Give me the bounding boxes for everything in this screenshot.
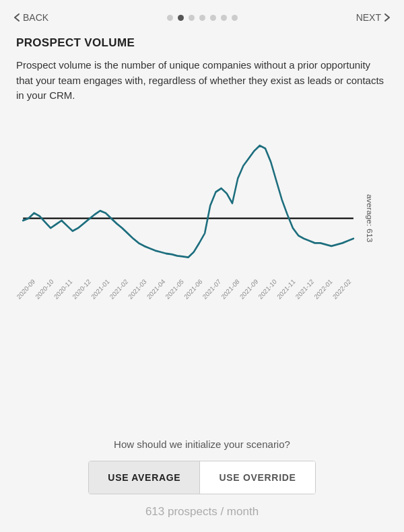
svg-text:2021-11: 2021-11 (275, 277, 296, 300)
use-average-button[interactable]: USE AVERAGE (89, 461, 200, 494)
svg-text:2022-01: 2022-01 (312, 277, 333, 300)
page-dots (167, 15, 238, 21)
svg-text:2021-01: 2021-01 (90, 277, 110, 300)
button-group: USE AVERAGE USE OVERRIDE (88, 461, 315, 494)
svg-text:2021-10: 2021-10 (257, 277, 278, 300)
average-label: average: 613 (366, 194, 374, 242)
init-question: How should we initialize your scenario? (114, 439, 290, 450)
next-button[interactable]: NEXT (356, 12, 391, 23)
chevron-left-icon (13, 13, 20, 22)
dot-1 (167, 15, 173, 21)
svg-text:2020-10: 2020-10 (34, 277, 55, 300)
dot-2 (178, 15, 184, 21)
svg-text:2021-02: 2021-02 (108, 277, 129, 300)
page: BACK NEXT PROSPECT VOLUME Prospect volum… (0, 0, 404, 532)
svg-text:2021-05: 2021-05 (164, 277, 185, 300)
dot-6 (221, 15, 227, 21)
dot-7 (232, 15, 238, 21)
svg-text:2021-04: 2021-04 (145, 277, 167, 301)
back-button[interactable]: BACK (13, 12, 48, 23)
svg-text:2021-09: 2021-09 (238, 277, 259, 300)
page-title: PROSPECT VOLUME (16, 36, 388, 50)
chart-container: average: 613 2020-09 2020-10 2020-11 202… (16, 117, 388, 312)
svg-text:2021-08: 2021-08 (220, 277, 240, 300)
chevron-right-icon (384, 13, 391, 22)
dot-5 (210, 15, 216, 21)
use-override-button[interactable]: USE OVERRIDE (200, 461, 314, 494)
bottom-section: How should we initialize your scenario? … (0, 426, 404, 532)
top-nav: BACK NEXT (0, 0, 404, 30)
next-label: NEXT (356, 12, 381, 23)
svg-text:2021-12: 2021-12 (294, 277, 315, 300)
prospect-chart: average: 613 2020-09 2020-10 2020-11 202… (16, 117, 388, 312)
svg-text:2022-02: 2022-02 (331, 277, 352, 300)
result-text: 613 prospects / month (145, 505, 259, 519)
svg-text:2021-07: 2021-07 (201, 277, 222, 300)
dot-3 (189, 15, 195, 21)
svg-text:2021-03: 2021-03 (127, 277, 147, 300)
svg-text:2020-12: 2020-12 (71, 277, 92, 300)
dot-4 (199, 15, 205, 21)
svg-text:2020-09: 2020-09 (16, 277, 36, 300)
main-content: PROSPECT VOLUME Prospect volume is the n… (0, 30, 404, 426)
back-label: BACK (23, 12, 48, 23)
svg-text:2021-06: 2021-06 (182, 277, 203, 300)
svg-text:2020-11: 2020-11 (53, 277, 73, 300)
page-description: Prospect volume is the number of unique … (16, 58, 388, 104)
